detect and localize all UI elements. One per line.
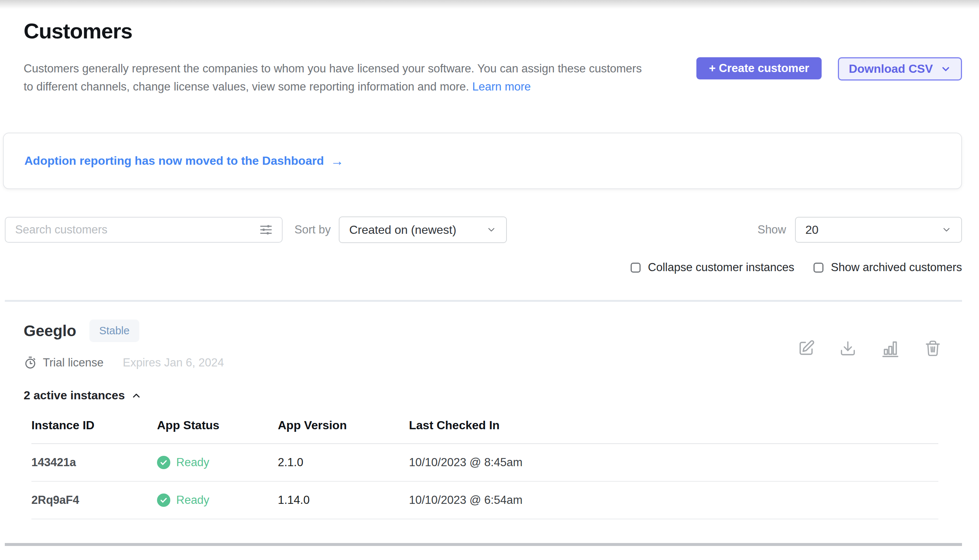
filter-sliders-icon[interactable]: [258, 223, 274, 237]
status-label: Ready: [176, 493, 210, 507]
collapse-instances-option[interactable]: Collapse customer instances: [630, 261, 794, 274]
instances-toggle[interactable]: 2 active instances: [23, 388, 962, 402]
table-row: 2Rq9aF4 Ready 1.14.0 10/10/2023 @ 6:54am: [32, 481, 938, 519]
check-circle-icon: [157, 493, 170, 507]
sort-select[interactable]: Created on (newest): [339, 217, 507, 243]
show-archived-option[interactable]: Show archived customers: [814, 261, 962, 274]
customer-name[interactable]: Geeglo: [23, 322, 76, 340]
adoption-banner: Adoption reporting has now moved to the …: [3, 133, 962, 189]
collapse-instances-label: Collapse customer instances: [648, 261, 794, 274]
instances-toggle-label: 2 active instances: [23, 388, 125, 402]
download-icon: [839, 340, 856, 357]
trash-icon: [924, 340, 941, 357]
chevron-up-icon: [131, 390, 142, 401]
search-input[interactable]: [15, 223, 258, 237]
chevron-down-icon: [941, 225, 952, 235]
delete-customer-button[interactable]: [924, 340, 941, 357]
edit-customer-button[interactable]: [797, 340, 815, 357]
filter-row: Collapse customer instances Show archive…: [23, 261, 962, 274]
app-status-cell: Ready: [157, 443, 278, 481]
description-text: Customers generally represent the compan…: [23, 62, 642, 93]
download-csv-button[interactable]: Download CSV: [838, 57, 962, 80]
instance-id: 143421a: [32, 443, 157, 481]
stopwatch-icon: [23, 356, 37, 369]
intro-row: Customers generally represent the compan…: [23, 60, 962, 96]
status-label: Ready: [176, 456, 210, 469]
customer-card-actions: [797, 340, 941, 357]
show-select[interactable]: 20: [795, 217, 962, 243]
bottom-divider: [5, 543, 962, 546]
customers-page: Customers Customers generally represent …: [0, 18, 979, 546]
customer-reporting-button[interactable]: [881, 340, 900, 357]
license-type: Trial license: [43, 356, 103, 369]
last-checked-in: 10/10/2023 @ 6:54am: [409, 481, 938, 519]
page-description: Customers generally represent the compan…: [23, 60, 644, 96]
collapse-instances-checkbox[interactable]: [630, 263, 640, 273]
sort-select-value: Created on (newest): [349, 223, 456, 237]
instances-table: Instance ID App Status App Version Last …: [32, 415, 938, 519]
page-title: Customers: [23, 18, 962, 43]
chevron-down-icon: [486, 225, 497, 235]
app-version: 1.14.0: [278, 481, 409, 519]
status-pill: Ready: [157, 456, 278, 469]
adoption-banner-link[interactable]: Adoption reporting has now moved to the …: [24, 153, 344, 169]
header-app-version: App Version: [278, 415, 409, 443]
create-customer-button[interactable]: + Create customer: [696, 57, 822, 79]
edit-icon: [797, 340, 815, 357]
table-row: 143421a Ready 2.1.0 10/10/2023 @ 8:45am: [32, 443, 938, 481]
table-header-row: Instance ID App Status App Version Last …: [32, 415, 938, 443]
status-pill: Ready: [157, 493, 278, 507]
show-select-value: 20: [806, 223, 819, 237]
chevron-down-icon: [940, 63, 951, 75]
license-row: Trial license Expires Jan 6, 2024: [23, 356, 962, 369]
show-archived-label: Show archived customers: [831, 261, 962, 274]
last-checked-in: 10/10/2023 @ 8:45am: [409, 443, 938, 481]
show-archived-checkbox[interactable]: [814, 263, 824, 273]
sort-by-label: Sort by: [294, 223, 331, 237]
customer-card-header: Geeglo Stable: [23, 320, 962, 342]
app-version: 2.1.0: [278, 443, 409, 481]
download-csv-label: Download CSV: [849, 62, 933, 76]
header-actions: + Create customer Download CSV: [696, 57, 962, 80]
channel-badge: Stable: [89, 320, 139, 342]
header-last-checked-in: Last Checked In: [409, 415, 938, 443]
learn-more-link[interactable]: Learn more: [472, 80, 531, 93]
instance-id: 2Rq9aF4: [32, 481, 157, 519]
check-circle-icon: [157, 456, 170, 469]
toolbar: Sort by Created on (newest) Show 20: [5, 217, 962, 243]
banner-text: Adoption reporting has now moved to the …: [24, 154, 324, 168]
show-label: Show: [757, 223, 786, 237]
bar-chart-icon: [881, 340, 900, 357]
section-divider: [5, 300, 962, 302]
license-expiry: Expires Jan 6, 2024: [123, 356, 224, 369]
header-instance-id: Instance ID: [32, 415, 157, 443]
search-box: [5, 217, 283, 243]
app-status-cell: Ready: [157, 481, 278, 519]
header-app-status: App Status: [157, 415, 278, 443]
arrow-right-icon: →: [331, 153, 344, 169]
download-license-button[interactable]: [839, 340, 856, 357]
customer-card: Geeglo Stable: [23, 320, 962, 519]
top-shadow: [0, 0, 979, 9]
